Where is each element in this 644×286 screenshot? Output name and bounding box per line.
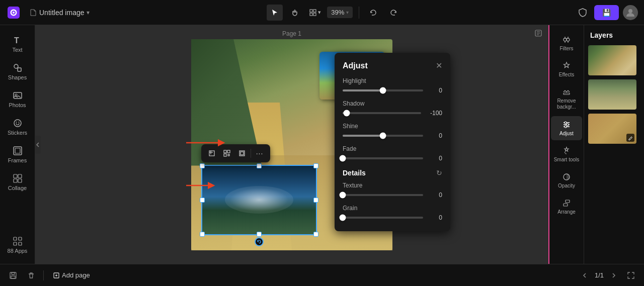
- layer-item-3[interactable]: [584, 112, 644, 146]
- save-icon[interactable]: [6, 268, 20, 282]
- expand-icon[interactable]: [624, 268, 638, 282]
- handle-tl[interactable]: [200, 163, 205, 168]
- details-refresh-icon[interactable]: ↻: [436, 169, 442, 177]
- highlight-value: 0: [427, 87, 442, 94]
- shine-slider-fill: [343, 135, 383, 137]
- topbar: Untitled image ▾ ▾ 39% ▾ 💾: [0, 0, 644, 25]
- texture-slider-track[interactable]: [343, 194, 423, 196]
- sidebar-item-adjust[interactable]: Adjust: [551, 116, 582, 140]
- sidebar-item-collage[interactable]: Collage: [3, 169, 33, 195]
- handle-tr[interactable]: [313, 163, 318, 168]
- undo-button[interactable]: [365, 5, 381, 21]
- highlight-row: Highlight 0: [343, 77, 442, 94]
- rotate-handle[interactable]: [255, 237, 264, 246]
- crop-button[interactable]: [205, 147, 218, 160]
- layer-item-1[interactable]: [584, 43, 644, 77]
- shine-slider-thumb[interactable]: [380, 133, 386, 139]
- title-dropdown-icon: ▾: [87, 9, 90, 16]
- handle-bm[interactable]: [257, 232, 262, 237]
- adjust-panel-header: Adjust ✕: [343, 61, 442, 70]
- highlight-slider-thumb[interactable]: [380, 87, 386, 94]
- sidebar-item-arrange[interactable]: Arrange: [551, 195, 582, 219]
- fade-slider-track[interactable]: [343, 157, 423, 159]
- effects-label: Effects: [559, 72, 574, 77]
- zoom-control[interactable]: 39% ▾: [327, 7, 353, 18]
- sidebar-label-text: Text: [12, 47, 22, 53]
- adjust-close-button[interactable]: ✕: [436, 61, 442, 70]
- svg-rect-22: [19, 237, 22, 240]
- handle-bl[interactable]: [200, 232, 205, 237]
- svg-rect-46: [566, 200, 570, 203]
- handle-mr[interactable]: [313, 198, 318, 203]
- sidebar-item-shapes[interactable]: Shapes: [3, 59, 33, 84]
- grid-tool[interactable]: ▾: [307, 5, 323, 21]
- shield-icon[interactable]: [575, 5, 590, 20]
- svg-rect-5: [313, 13, 316, 16]
- sidebar-collapse-handle[interactable]: [35, 136, 41, 154]
- svg-point-12: [14, 120, 21, 127]
- layer-thumb-bg-1: [588, 45, 636, 75]
- svg-rect-45: [564, 204, 568, 206]
- zoom-value: 39%: [331, 9, 344, 16]
- left-sidebar: T Text Shapes Photos Stickers Frames Col…: [0, 25, 35, 264]
- fade-value: 0: [427, 155, 442, 162]
- adjust-panel: Adjust ✕ Highlight 0 Shadow: [335, 53, 450, 231]
- layers-title: Layers: [584, 25, 644, 43]
- handle-tm[interactable]: [257, 163, 262, 168]
- grain-slider-thumb[interactable]: [340, 215, 346, 221]
- redo-button[interactable]: [385, 5, 401, 21]
- shine-slider-track[interactable]: [343, 135, 423, 137]
- fade-slider-container: 0: [343, 155, 442, 162]
- sidebar-label-photos: Photos: [9, 102, 26, 108]
- sidebar-item-filters[interactable]: Filters: [551, 31, 582, 55]
- export-button[interactable]: 💾: [594, 5, 619, 20]
- delete-icon[interactable]: [24, 268, 38, 282]
- next-page-button[interactable]: [608, 269, 620, 281]
- highlight-slider-track[interactable]: [343, 89, 423, 91]
- bottombar-divider-1: [43, 270, 44, 280]
- shadow-slider-track[interactable]: [343, 112, 421, 114]
- layers-panel: Layers: [584, 25, 644, 264]
- prev-page-button[interactable]: [579, 269, 591, 281]
- hand-tool[interactable]: [287, 5, 303, 21]
- topbar-center: ▾ 39% ▾: [98, 5, 572, 21]
- frame-button[interactable]: [235, 147, 249, 160]
- handle-br[interactable]: [313, 232, 318, 237]
- svg-point-42: [567, 124, 569, 126]
- sidebar-item-frames[interactable]: Frames: [3, 142, 33, 167]
- canvas-area[interactable]: Page 1: [35, 25, 548, 264]
- add-page-button[interactable]: Add page: [49, 269, 94, 281]
- sidebar-item-smart-tools[interactable]: Smart tools: [551, 142, 582, 166]
- selected-image-container[interactable]: [201, 165, 317, 235]
- logo-button[interactable]: [6, 5, 21, 20]
- svg-rect-30: [227, 150, 230, 153]
- sidebar-item-stickers[interactable]: Stickers: [3, 114, 33, 140]
- document-title[interactable]: Untitled image ▾: [25, 7, 94, 19]
- more-button[interactable]: ···: [253, 147, 266, 160]
- title-text: Untitled image: [39, 9, 85, 17]
- fade-slider-thumb[interactable]: [340, 155, 346, 162]
- page-navigation: 1/1: [579, 269, 620, 281]
- sidebar-item-text[interactable]: T Text: [3, 31, 33, 57]
- sidebar-item-apps[interactable]: 88 Apps: [3, 232, 33, 258]
- grain-slider-track[interactable]: [343, 217, 423, 219]
- main-content: T Text Shapes Photos Stickers Frames Col…: [0, 25, 644, 264]
- sidebar-item-remove-bg[interactable]: Remove backgr...: [551, 83, 582, 114]
- grain-row: Grain 0: [343, 205, 442, 221]
- svg-rect-2: [310, 10, 312, 12]
- select-tool[interactable]: [267, 5, 283, 21]
- sidebar-item-opacity[interactable]: Opacity: [551, 168, 582, 193]
- handle-ml[interactable]: [200, 198, 205, 203]
- toolbar-popup: ···: [201, 144, 270, 162]
- texture-slider-thumb[interactable]: [340, 192, 346, 199]
- layer-edit-badge: [626, 134, 634, 142]
- layer-item-2[interactable]: [584, 77, 644, 112]
- smart-tools-label: Smart tools: [554, 157, 580, 162]
- page-options-icon[interactable]: [534, 29, 542, 39]
- avatar[interactable]: [623, 5, 638, 20]
- opacity-label: Opacity: [558, 183, 575, 188]
- sidebar-item-effects[interactable]: Effects: [551, 57, 582, 81]
- sidebar-item-photos[interactable]: Photos: [3, 86, 33, 112]
- qr-button[interactable]: [220, 147, 233, 160]
- shadow-slider-thumb[interactable]: [343, 110, 350, 117]
